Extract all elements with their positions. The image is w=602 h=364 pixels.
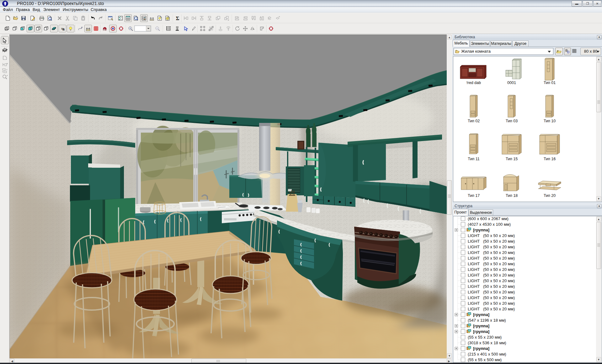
svg-text:Тип 10: Тип 10: [544, 119, 556, 123]
svg-text:LIGHT: LIGHT: [468, 267, 480, 272]
svg-text:(55 x 55 x 500 мм): (55 x 55 x 500 мм): [468, 357, 502, 362]
svg-text:(4027 x 4530 x 100 мм): (4027 x 4530 x 100 мм): [468, 222, 511, 227]
svg-text:Тип 18: Тип 18: [506, 193, 518, 198]
svg-text:LIGHT: LIGHT: [468, 233, 480, 238]
svg-text:(547 x 1196 x 18 мм): (547 x 1196 x 18 мм): [468, 318, 506, 323]
svg-text:(50 x 50 x 20 мм): (50 x 50 x 20 мм): [483, 261, 515, 266]
svg-text:(50 x 50 x 20 мм): (50 x 50 x 20 мм): [483, 278, 515, 283]
svg-text:(55 x 55 x 230 мм): (55 x 55 x 230 мм): [468, 335, 502, 340]
svg-text:a: a: [62, 27, 65, 31]
svg-text:(50 x 50 x 20 мм): (50 x 50 x 20 мм): [483, 245, 515, 249]
svg-text:LIGHT: LIGHT: [468, 290, 480, 294]
svg-text:Тип 17: Тип 17: [468, 193, 480, 198]
svg-text:(50 x 50 x 20 мм): (50 x 50 x 20 мм): [483, 239, 515, 244]
svg-text:Тип 01: Тип 01: [544, 81, 556, 85]
svg-text:(600 x 600 x 2067 мм): (600 x 600 x 2067 мм): [468, 216, 509, 221]
svg-text:Тип 20: Тип 20: [544, 193, 556, 198]
svg-text:(50 x 50 x 20 мм): (50 x 50 x 20 мм): [483, 290, 515, 294]
svg-text:(50 x 50 x 20 мм): (50 x 50 x 20 мм): [483, 250, 515, 255]
svg-text:[группа]: [группа]: [473, 312, 489, 317]
svg-text:LIGHT: LIGHT: [468, 278, 480, 283]
svg-text:(50 x 50 x 20 мм): (50 x 50 x 20 мм): [483, 233, 515, 238]
svg-text:(215 x 401 x 500 мм): (215 x 401 x 500 мм): [468, 352, 506, 356]
svg-text:[группа]: [группа]: [473, 329, 489, 334]
svg-text:LIGHT: LIGHT: [468, 295, 480, 300]
svg-text:[группа]: [группа]: [473, 324, 489, 328]
svg-text:Тип 15: Тип 15: [506, 157, 518, 161]
svg-text:(50 x 50 x 20 мм): (50 x 50 x 20 мм): [483, 307, 515, 311]
svg-text:(3018 x 536 x 18 мм): (3018 x 536 x 18 мм): [468, 340, 506, 345]
svg-text:(50 x 50 x 20 мм): (50 x 50 x 20 мм): [483, 273, 515, 277]
svg-text:LIGHT: LIGHT: [468, 273, 480, 277]
svg-text:LIGHT: LIGHT: [468, 239, 480, 244]
svg-text:LIGHT: LIGHT: [468, 284, 480, 289]
svg-text:Σ: Σ: [176, 15, 179, 21]
svg-text:(50 x 50 x 20 мм): (50 x 50 x 20 мм): [483, 284, 515, 289]
svg-text:Тип 02: Тип 02: [468, 119, 480, 123]
svg-text:Тип 03: Тип 03: [506, 119, 518, 123]
svg-text:LIGHT: LIGHT: [468, 307, 480, 311]
svg-text:LIGHT: LIGHT: [468, 245, 480, 249]
svg-text:LIGHT: LIGHT: [468, 301, 480, 306]
svg-text:(50 x 50 x 20 мм): (50 x 50 x 20 мм): [483, 256, 515, 261]
svg-text:(50 x 50 x 20 мм): (50 x 50 x 20 мм): [483, 301, 515, 306]
svg-text:D: D: [566, 50, 567, 51]
svg-text:LIGHT: LIGHT: [468, 250, 480, 255]
svg-text:Тип 11: Тип 11: [468, 157, 479, 161]
svg-text:(50 x 50 x 20 мм): (50 x 50 x 20 мм): [483, 267, 515, 272]
svg-text:(50 x 50 x 20 мм): (50 x 50 x 20 мм): [483, 295, 515, 300]
svg-text:[группа]: [группа]: [473, 228, 489, 232]
svg-text:0001: 0001: [507, 81, 516, 85]
svg-text:[группа]: [группа]: [473, 346, 489, 351]
svg-text:LIGHT: LIGHT: [468, 261, 480, 266]
svg-text:LIGHT: LIGHT: [468, 256, 480, 261]
svg-text:!red dab: !red dab: [466, 81, 481, 85]
svg-text:Тип 16: Тип 16: [544, 157, 556, 161]
